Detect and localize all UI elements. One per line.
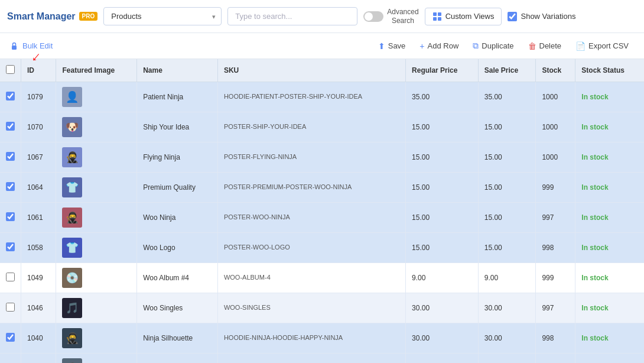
cell-regular-price[interactable]: 9.00 — [406, 263, 479, 293]
row-checkbox[interactable] — [6, 92, 15, 101]
cell-stock-status: In stock — [575, 233, 644, 263]
cell-name[interactable]: Woo Ninja — [137, 203, 218, 233]
cell-stock[interactable]: 1000 — [536, 142, 575, 173]
cell-id: 1049 — [21, 263, 56, 293]
cell-regular-price[interactable]: 15.00 — [406, 142, 479, 173]
cell-regular-price[interactable]: 15.00 — [406, 112, 479, 142]
cell-sale-price[interactable]: 15.00 — [478, 173, 536, 203]
save-button[interactable]: ⬆ Save — [372, 38, 412, 54]
cell-sale-price[interactable]: 30.00 — [478, 323, 536, 354]
cell-sale-price[interactable]: 9.00 — [478, 263, 536, 293]
cell-regular-price[interactable]: 35.00 — [406, 354, 479, 364]
row-checkbox-cell[interactable] — [0, 354, 21, 364]
cell-sku: POSTER-WOO-LOGO — [217, 233, 405, 263]
show-variations-label: Show Variations — [521, 12, 575, 21]
cell-stock[interactable]: 1000 — [536, 112, 575, 142]
cell-name[interactable]: Premium Quality — [137, 173, 218, 203]
cell-stock-status: In stock — [575, 112, 644, 142]
advanced-search-toggle[interactable] — [363, 11, 383, 22]
cell-regular-price[interactable]: 15.00 — [406, 233, 479, 263]
cell-sale-price[interactable]: 15.00 — [478, 203, 536, 233]
row-checkbox-cell[interactable] — [0, 233, 21, 263]
bulk-edit-label: Bulk Edit — [22, 41, 53, 50]
row-checkbox[interactable] — [6, 303, 15, 312]
add-row-button[interactable]: + Add Row — [414, 38, 464, 54]
cell-sale-price[interactable]: 30.00 — [478, 293, 536, 323]
cell-name[interactable]: Woo Album #4 — [137, 263, 218, 293]
row-checkbox-cell[interactable] — [0, 263, 21, 293]
cell-name[interactable]: Ship Your Idea — [137, 112, 218, 142]
select-all-checkbox[interactable] — [6, 65, 15, 74]
export-csv-button[interactable]: 📄 Export CSV — [570, 38, 635, 54]
brand-logo: Smart Manager PRO — [7, 11, 97, 22]
cell-stock[interactable]: 997 — [536, 293, 575, 323]
cell-stock[interactable]: 997 — [536, 203, 575, 233]
row-checkbox[interactable] — [6, 122, 15, 131]
svg-rect-1 — [438, 12, 441, 16]
table-row: 1064 👕 Premium Quality POSTER-PREMIUM-PO… — [0, 173, 644, 203]
row-checkbox[interactable] — [6, 333, 15, 342]
cell-stock-status: In stock — [575, 263, 644, 293]
cell-featured-image: 🐶 — [56, 112, 137, 142]
cell-stock[interactable]: 999 — [536, 263, 575, 293]
row-checkbox[interactable] — [6, 273, 15, 281]
cell-id: 1061 — [21, 203, 56, 233]
cell-stock[interactable]: 998 — [536, 323, 575, 354]
cell-regular-price[interactable]: 35.00 — [406, 82, 479, 112]
cell-sku: POSTER-FLYING-NINJA — [217, 142, 405, 173]
row-checkbox[interactable] — [6, 242, 15, 251]
show-variations-checkbox[interactable] — [508, 12, 517, 21]
bulk-edit-button[interactable]: Bulk Edit — [9, 39, 53, 53]
row-checkbox[interactable] — [6, 152, 15, 161]
cell-id: 1039 — [21, 354, 56, 364]
cell-name[interactable]: Ninja Silhouette — [137, 323, 218, 354]
cell-regular-price[interactable]: 30.00 — [406, 293, 479, 323]
product-thumbnail: 👤 — [62, 87, 82, 107]
cell-stock[interactable]: 999 — [536, 173, 575, 203]
row-checkbox[interactable] — [6, 212, 15, 221]
product-thumbnail: 💿 — [62, 268, 82, 288]
cell-regular-price[interactable]: 15.00 — [406, 173, 479, 203]
cell-sale-price[interactable]: 15.00 — [478, 233, 536, 263]
row-checkbox-cell[interactable] — [0, 293, 21, 323]
save-icon: ⬆ — [378, 41, 385, 51]
cell-regular-price[interactable]: 15.00 — [406, 203, 479, 233]
cell-regular-price[interactable]: 30.00 — [406, 323, 479, 354]
cell-sku: HOODIE-HAPPY-NINJA — [217, 354, 405, 364]
cell-sale-price[interactable]: 15.00 — [478, 112, 536, 142]
cell-sale-price[interactable]: 35.00 — [478, 82, 536, 112]
cell-name[interactable]: Patient Ninja — [137, 82, 218, 112]
custom-views-button[interactable]: Custom Views — [425, 8, 502, 25]
export-icon: 📄 — [575, 41, 586, 51]
cell-stock[interactable]: 998 — [536, 233, 575, 263]
row-checkbox[interactable] — [6, 182, 15, 191]
row-checkbox-cell[interactable] — [0, 323, 21, 354]
cell-name[interactable]: Woo Singles — [137, 293, 218, 323]
search-input[interactable] — [227, 7, 357, 25]
row-checkbox-cell[interactable] — [0, 112, 21, 142]
cell-sku: HOODIE-PATIENT-POSTER-SHIP-YOUR-IDEA — [217, 82, 405, 112]
table-row: 1046 🎵 Woo Singles WOO-SINGLES 30.00 30.… — [0, 293, 644, 323]
products-table-wrapper: ID Featured Image Name SKU Regular Price… — [0, 59, 644, 363]
select-all-header[interactable] — [0, 59, 21, 82]
delete-button[interactable]: 🗑 Delete — [522, 38, 568, 54]
row-checkbox-cell[interactable] — [0, 82, 21, 112]
cell-name[interactable]: Woo Logo — [137, 233, 218, 263]
col-sale-price: Sale Price — [478, 59, 536, 82]
cell-name[interactable]: Happy Ninja — [137, 354, 218, 364]
products-table: ID Featured Image Name SKU Regular Price… — [0, 59, 644, 363]
product-select[interactable]: Products Orders Coupons Subscriptions — [103, 7, 222, 25]
svg-rect-0 — [433, 12, 437, 16]
product-select-wrapper: Products Orders Coupons Subscriptions ▾ — [103, 7, 222, 25]
col-featured-image: Featured Image — [56, 59, 137, 82]
row-checkbox-cell[interactable] — [0, 203, 21, 233]
row-checkbox-cell[interactable] — [0, 142, 21, 173]
cell-stock[interactable]: 997 — [536, 354, 575, 364]
cell-sale-price[interactable]: 15.00 — [478, 142, 536, 173]
cell-featured-image: 🥷 — [56, 354, 137, 364]
cell-name[interactable]: Flying Ninja — [137, 142, 218, 173]
duplicate-button[interactable]: ⧉ Duplicate — [467, 38, 519, 54]
cell-stock[interactable]: 1000 — [536, 82, 575, 112]
row-checkbox-cell[interactable] — [0, 173, 21, 203]
cell-sale-price[interactable]: 35.00 — [478, 354, 536, 364]
